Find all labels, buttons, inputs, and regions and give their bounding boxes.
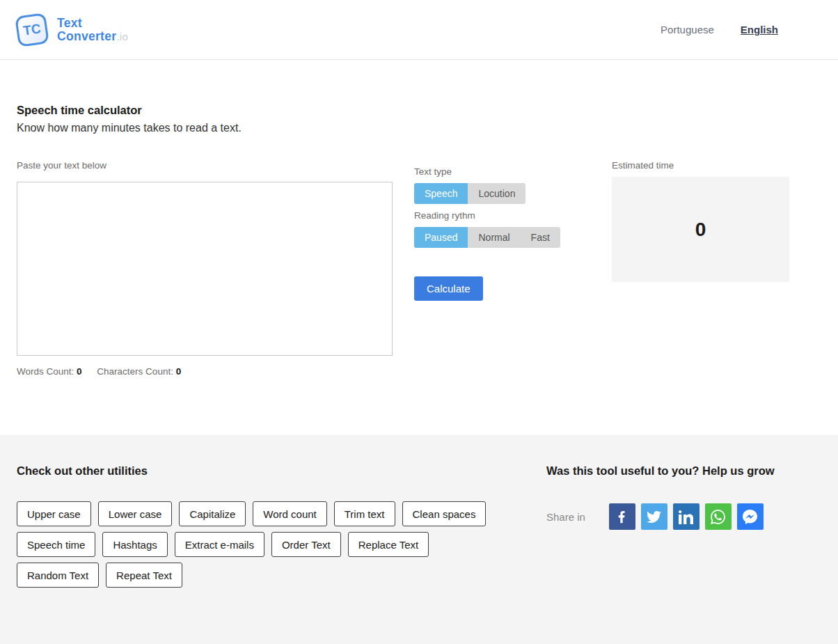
input-column: Paste your text below Words Count: 0 Cha… <box>17 160 393 377</box>
utility-upper-case-button[interactable]: Upper case <box>17 501 91 526</box>
characters-count-value: 0 <box>176 366 182 377</box>
utilities-buttons: Upper case Lower case Capitalize Word co… <box>17 501 504 588</box>
page-title: Speech time calculator <box>17 104 821 117</box>
text-type-toggle: Speech Locution <box>414 183 525 204</box>
utility-hashtags-button[interactable]: Hashtags <box>102 532 167 557</box>
lang-english-link[interactable]: English <box>741 24 778 36</box>
utility-replace-text-button[interactable]: Replace Text <box>348 532 429 557</box>
utility-lower-case-button[interactable]: Lower case <box>98 501 173 526</box>
utility-repeat-text-button[interactable]: Repeat Text <box>106 563 182 588</box>
text-type-option-speech[interactable]: Speech <box>414 183 468 204</box>
reading-rythm-toggle: Paused Normal Fast <box>414 227 560 248</box>
utility-random-text-button[interactable]: Random Text <box>17 563 99 588</box>
logo-line2: Converter.io <box>57 30 128 43</box>
messenger-share-icon[interactable] <box>737 503 764 530</box>
whatsapp-share-icon[interactable] <box>705 503 732 530</box>
rythm-option-paused[interactable]: Paused <box>414 227 468 248</box>
controls-column: Text type Speech Locution Reading rythm … <box>414 160 612 377</box>
share-in-label: Share in <box>546 511 585 523</box>
facebook-share-icon[interactable] <box>609 503 635 530</box>
text-type-option-locution[interactable]: Locution <box>468 183 525 204</box>
tool-columns: Paste your text below Words Count: 0 Cha… <box>17 160 821 377</box>
share-title: Was this tool useful to you? Help us gro… <box>546 464 775 478</box>
header: TC Text Converter.io Portuguese English <box>0 0 838 60</box>
logo-wordmark: Text Converter.io <box>57 17 128 43</box>
utility-word-count-button[interactable]: Word count <box>253 501 326 526</box>
words-count: Words Count: 0 <box>17 366 82 377</box>
rythm-option-normal[interactable]: Normal <box>468 227 520 248</box>
logo-tld: .io <box>116 31 128 42</box>
utility-order-text-button[interactable]: Order Text <box>271 532 341 557</box>
page-subtitle: Know how many minutes takes to read a te… <box>17 122 821 134</box>
footer: Check out other utilities Upper case Low… <box>0 435 838 644</box>
text-input[interactable] <box>17 182 393 356</box>
utility-capitalize-button[interactable]: Capitalize <box>179 501 246 526</box>
rythm-option-fast[interactable]: Fast <box>521 227 560 248</box>
logo-badge-icon: TC <box>15 13 49 47</box>
logo-line1: Text <box>57 17 128 30</box>
social-buttons <box>609 503 764 530</box>
text-type-label: Text type <box>414 166 612 177</box>
share-row: Share in <box>546 503 775 530</box>
utility-trim-text-button[interactable]: Trim text <box>334 501 395 526</box>
characters-count: Characters Count: 0 <box>97 366 181 377</box>
utilities-section: Check out other utilities Upper case Low… <box>17 464 529 644</box>
linkedin-share-icon[interactable] <box>673 503 699 530</box>
reading-rythm-label: Reading rythm <box>414 210 612 221</box>
app-logo[interactable]: TC Text Converter.io <box>17 15 128 45</box>
counters: Words Count: 0 Characters Count: 0 <box>17 366 393 377</box>
lang-portuguese-link[interactable]: Portuguese <box>661 24 714 36</box>
estimated-time-panel: 0 <box>612 177 789 282</box>
text-input-label: Paste your text below <box>17 160 393 171</box>
twitter-share-icon[interactable] <box>641 503 667 530</box>
utility-speech-time-button[interactable]: Speech time <box>17 532 95 557</box>
result-column: Estimated time 0 <box>612 160 789 377</box>
utility-clean-spaces-button[interactable]: Clean spaces <box>402 501 487 526</box>
language-switcher: Portuguese English <box>661 24 821 36</box>
share-section: Was this tool useful to you? Help us gro… <box>546 464 775 644</box>
estimated-time-label: Estimated time <box>612 160 789 171</box>
estimated-time-value: 0 <box>695 219 706 241</box>
utility-extract-emails-button[interactable]: Extract e-mails <box>175 532 264 557</box>
main-content: Speech time calculator Know how many min… <box>0 60 838 435</box>
utilities-title: Check out other utilities <box>17 464 529 478</box>
words-count-value: 0 <box>77 366 82 377</box>
calculate-button[interactable]: Calculate <box>414 276 483 301</box>
